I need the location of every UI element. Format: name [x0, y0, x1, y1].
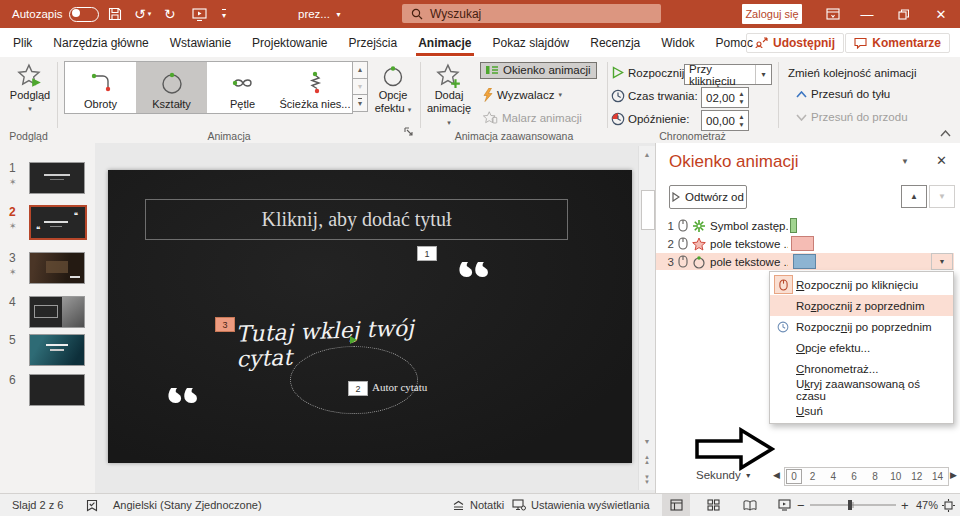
quick-access-more-button[interactable]: ▾ — [222, 0, 226, 28]
move-earlier-button[interactable]: Przesuń do tyłu — [796, 88, 890, 100]
slide-thumbnail-2[interactable]: ❝ ❝ — [29, 205, 87, 240]
slide-canvas[interactable]: Kliknij, aby dodać tytuł 1 “ 3 Tutaj wkl… — [108, 170, 632, 463]
reading-view-button[interactable] — [736, 494, 764, 516]
slide-thumbnail-6[interactable] — [29, 374, 85, 406]
menu-item-start-after-previous[interactable]: Rozpocznij po poprzednim — [770, 316, 953, 337]
reorder-up-button[interactable]: ▲ — [901, 185, 927, 208]
share-button[interactable]: Udostępnij — [746, 33, 844, 53]
normal-view-button[interactable] — [662, 494, 690, 516]
menu-item-delete[interactable]: Usuń — [770, 400, 953, 421]
gallery-scroll-down-button[interactable]: ▾ — [352, 79, 368, 96]
slide-thumbnail-4[interactable] — [29, 296, 85, 328]
zoom-level[interactable]: 47% — [916, 494, 938, 516]
tab-przejscia[interactable]: Przejścia — [348, 36, 397, 50]
document-title[interactable]: prez...▼ — [298, 0, 342, 28]
menu-item-start-on-click[interactable]: Rozpocznij po kliknięciu — [770, 274, 953, 295]
proofing-icon[interactable] — [86, 494, 98, 516]
animation-pane-button[interactable]: Okienko animacji — [480, 62, 597, 79]
author-placeholder[interactable]: Autor cytatu — [372, 381, 427, 393]
slide-thumbnail-5[interactable] — [29, 334, 85, 366]
collapse-ribbon-button[interactable] — [940, 130, 951, 137]
preview-button[interactable]: Podgląd ▾ — [8, 63, 52, 115]
animation-item-3[interactable]: 3 pole tekstowe ... ▼ — [656, 253, 954, 270]
menu-item-effect-options[interactable]: Opcje efektu... — [770, 337, 953, 358]
add-animation-button[interactable]: Dodaj animację ▾ — [424, 63, 474, 129]
gallery-scroll-up-button[interactable]: ▴ — [352, 61, 368, 79]
undo-button[interactable]: ↺▾ — [134, 0, 151, 28]
gallery-item-ksztalty[interactable]: Kształty — [136, 62, 207, 113]
start-slideshow-button[interactable] — [192, 0, 207, 28]
tab-pokaz-slajdow[interactable]: Pokaz slajdów — [493, 36, 570, 50]
gallery-item-obroty[interactable]: Obroty — [65, 62, 136, 113]
menu-item-hide-advanced-timeline[interactable]: Ukryj zaawansowaną oś czasu — [770, 379, 953, 400]
fit-to-window-button[interactable] — [942, 494, 955, 516]
delay-input[interactable]: 00,00 ▲▼ — [701, 110, 749, 131]
tab-plik[interactable]: Plik — [13, 36, 32, 50]
animation-order-badge-3[interactable]: 3 — [215, 317, 235, 332]
tab-animacje[interactable]: Animacje — [418, 36, 471, 50]
search-input[interactable]: Wyszukaj — [402, 4, 661, 23]
tab-widok[interactable]: Widok — [661, 36, 694, 50]
restore-button[interactable] — [888, 0, 918, 28]
slide-thumbnail-1[interactable] — [29, 162, 85, 194]
duration-spinner[interactable]: ▲▼ — [735, 90, 748, 106]
zoom-in-button[interactable]: + — [901, 494, 909, 516]
pane-options-dropdown-icon[interactable]: ▼ — [901, 157, 909, 166]
sign-in-button[interactable]: Zaloguj się — [742, 4, 802, 24]
animation-painter-button[interactable]: Malarz animacji — [483, 111, 582, 125]
redo-button[interactable]: ↻ — [164, 0, 176, 28]
slide-thumbnail-3[interactable] — [29, 252, 85, 284]
menu-item-timing[interactable]: Chronometraż... — [770, 358, 953, 379]
comments-button[interactable]: Komentarze — [845, 33, 950, 53]
scroll-down-button[interactable]: ▼ — [640, 434, 654, 449]
autosave-toggle[interactable] — [69, 7, 99, 22]
slide-sorter-view-button[interactable] — [699, 494, 727, 516]
timeline-bar-blue[interactable] — [793, 254, 816, 269]
trigger-button[interactable]: Wyzwalacz ▾ — [483, 88, 562, 102]
tab-projektowanie[interactable]: Projektowanie — [252, 36, 327, 50]
timeline-bar-pink[interactable] — [791, 236, 814, 251]
tab-recenzja[interactable]: Recenzja — [590, 36, 640, 50]
scrollbar-thumb[interactable] — [641, 190, 655, 230]
delay-spinner[interactable]: ▲▼ — [735, 113, 748, 129]
timeline-scroll-left-button[interactable]: ◀ — [773, 470, 780, 480]
animation-star-icon[interactable]: ✶ — [9, 221, 17, 231]
ribbon-display-options-button[interactable] — [818, 0, 848, 28]
slide-title-placeholder[interactable]: Kliknij, aby dodać tytuł — [145, 199, 568, 240]
start-select[interactable]: Przy kliknięciu▾ — [684, 64, 772, 85]
tab-narzedzia-glowne[interactable]: Narzędzia główne — [53, 36, 148, 50]
gallery-item-sciezka-niestandardowa[interactable]: Ścieżka nies... — [278, 62, 352, 113]
menu-item-start-with-previous[interactable]: Rozpocznij z poprzednim — [770, 295, 953, 316]
display-settings-button[interactable]: Ustawienia wyświetlania — [512, 494, 650, 516]
next-slide-button[interactable]: ▼▼ — [640, 472, 654, 487]
minimize-button[interactable]: — — [852, 0, 882, 28]
item-dropdown-button[interactable]: ▼ — [931, 253, 953, 270]
animation-star-icon[interactable]: ✶ — [9, 267, 17, 277]
pane-close-icon[interactable]: ✕ — [936, 153, 947, 168]
animation-order-badge-1[interactable]: 1 — [417, 246, 437, 261]
close-button[interactable]: ✕ — [926, 0, 956, 28]
language-indicator[interactable]: Angielski (Stany Zjednoczone) — [113, 494, 262, 516]
animation-item-1[interactable]: 1 Symbol zastęp... — [656, 217, 956, 234]
gallery-item-petle[interactable]: Pętle — [207, 62, 278, 113]
duration-input[interactable]: 02,00 ▲▼ — [701, 87, 749, 108]
timeline-bar-green[interactable] — [790, 218, 797, 233]
animation-dialog-launcher[interactable] — [404, 127, 414, 137]
gallery-expand-button[interactable]: ▾ — [352, 95, 368, 112]
slideshow-view-button[interactable] — [770, 494, 798, 516]
animation-order-badge-2[interactable]: 2 — [348, 381, 368, 396]
previous-slide-button[interactable]: ▲▲ — [640, 452, 654, 467]
animation-item-2[interactable]: 2 pole tekstowe ... — [656, 235, 956, 252]
slide-counter[interactable]: Slajd 2 z 6 — [12, 494, 63, 516]
save-button[interactable] — [108, 0, 122, 28]
animation-star-icon[interactable]: ✶ — [9, 177, 17, 187]
scroll-up-button[interactable]: ▲ — [640, 147, 654, 162]
zoom-out-button[interactable]: − — [797, 494, 805, 516]
play-from-button[interactable]: Odtwórz od — [669, 185, 747, 209]
autosave-toggle-group[interactable]: Autozapis — [12, 0, 99, 28]
motion-path-ellipse[interactable] — [290, 346, 418, 414]
timeline-scroll-right-button[interactable]: ▶ — [950, 470, 957, 480]
zoom-slider[interactable] — [810, 494, 896, 516]
tab-wstawianie[interactable]: Wstawianie — [170, 36, 231, 50]
effect-options-button[interactable]: Opcje efektu ▾ — [372, 63, 414, 116]
